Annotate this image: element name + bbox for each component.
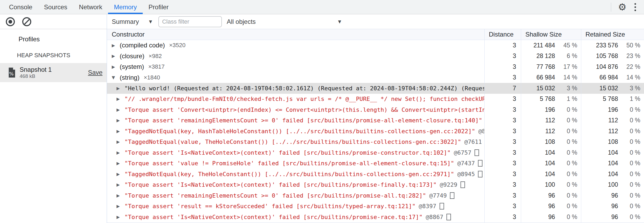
table-row[interactable]: ▶"Torque assert 'Is<NativeContext>(conte… [107, 180, 644, 190]
gear-icon[interactable]: ⚙ [618, 2, 627, 12]
more-options-icon[interactable] [633, 2, 637, 12]
string-value: "TaggedNotEqual(key, HashTableHoleConsta… [124, 128, 475, 135]
distance-value: 3 [513, 117, 516, 124]
constructor-cell: ▼(string)×1840 [107, 72, 484, 83]
disclosure-triangle-icon[interactable]: ▶ [112, 64, 120, 69]
shallow-size-value: 15 032 [521, 85, 555, 92]
retained-size-value: 104 [581, 160, 618, 167]
string-value: "Torque assert 'value != PromiseHole' fa… [124, 160, 454, 167]
table-row[interactable]: ▶"Torque assert 'result == kStoreSuccede… [107, 201, 644, 212]
table-row[interactable]: ▶(compiled code)×35203211 48445 %233 576… [107, 40, 644, 51]
column-header-shallow-size[interactable]: Shallow Size [521, 29, 581, 40]
object-id: @8397 [419, 203, 436, 209]
table-row[interactable]: ▼(string)×1840366 98414 %66 98414 % [107, 72, 644, 83]
tab-network[interactable]: Network [73, 0, 108, 14]
string-value: "TaggedNotEqual(value, TheHoleConstant()… [124, 139, 461, 145]
distance-value: 3 [513, 74, 516, 81]
constructor-cell: ▶"Torque assert 'Is<NativeContext>(conte… [107, 212, 484, 222]
shallow-size-percent: 0 % [555, 181, 577, 188]
disclosure-triangle-icon[interactable]: ▶ [112, 53, 120, 59]
table-row[interactable]: ▶(system)×3817377 76817 %104 87622 % [107, 61, 644, 72]
shallow-size-percent: 0 % [555, 149, 577, 156]
table-row[interactable]: ▶"Torque assert 'remainingElementsCount … [107, 190, 644, 201]
string-value: "Torque assert 'Is<NativeContext>(contex… [124, 214, 423, 220]
table-row[interactable]: ▶"Torque assert 'value != PromiseHole' f… [107, 158, 644, 169]
shallow-size-value: 211 484 [521, 42, 555, 49]
disclosure-triangle-icon[interactable]: ▶ [117, 204, 124, 209]
constructor-cell: ▶"TaggedNotEqual(key, TheHoleConstant())… [107, 169, 484, 180]
retained-size-percent: 0 % [618, 192, 640, 199]
class-filter-input[interactable] [158, 16, 222, 27]
string-value: "// .wrangler/tmp/bundle-FmNIt0/checked-… [124, 96, 484, 102]
string-value: "Torque assert 'Is<NativeContext>(contex… [124, 181, 437, 188]
retained-size-cell: 960 % [581, 201, 644, 212]
snapshot-name: Snapshot 1 [20, 66, 52, 73]
object-filter-select[interactable]: All objects ▼ [227, 18, 343, 25]
table-row[interactable]: ▶"Hello world! (Requested at: 2024-08-19… [107, 83, 644, 94]
disclosure-triangle-icon[interactable]: ▶ [117, 215, 124, 220]
column-header-constructor[interactable]: Constructor [107, 29, 484, 40]
constructor-cell: ▶"TaggedNotEqual(key, HashTableHoleConst… [107, 126, 484, 137]
sidebar-item-snapshot-1[interactable]: % Snapshot 1 468 kB Save [0, 63, 107, 82]
shallow-size-percent: 45 % [555, 42, 577, 49]
object-id: @7749 [429, 192, 447, 199]
table-row[interactable]: ▶"TaggedNotEqual(key, TheHoleConstant())… [107, 169, 644, 180]
disclosure-triangle-icon[interactable]: ▶ [117, 172, 124, 177]
distance-cell: 3 [484, 212, 521, 222]
shallow-size-percent: 0 % [555, 203, 577, 210]
perspective-select[interactable]: Summary ▼ [112, 18, 158, 25]
shallow-size-percent: 0 % [555, 138, 577, 145]
disclosure-triangle-icon[interactable]: ▶ [117, 161, 124, 166]
table-row[interactable]: ▶"TaggedNotEqual(value, TheHoleConstant(… [107, 137, 644, 148]
column-header-distance[interactable]: Distance [484, 29, 521, 40]
shallow-size-cell: 1960 % [521, 104, 581, 115]
distance-value: 3 [513, 181, 516, 188]
string-value: "Torque assert 'remainingElementsCount >… [124, 117, 482, 124]
retained-size-value: 5 768 [581, 95, 618, 102]
shallow-size-value: 112 [521, 128, 555, 135]
disclosure-triangle-icon[interactable]: ▶ [117, 118, 124, 123]
record-heap-snapshot-icon[interactable] [6, 17, 15, 26]
object-id: @8 [478, 128, 484, 135]
disclosure-triangle-icon[interactable]: ▼ [112, 75, 120, 80]
disclosure-triangle-icon[interactable]: ▶ [117, 107, 124, 112]
table-row[interactable]: ▶"TaggedNotEqual(key, HashTableHoleConst… [107, 126, 644, 137]
string-value: "Torque assert 'remainingElementsCount >… [124, 192, 426, 199]
retained-size-cell: 1000 % [581, 180, 644, 190]
table-row[interactable]: ▶"Torque assert 'Is<NativeContext>(conte… [107, 147, 644, 158]
disclosure-triangle-icon[interactable]: ▶ [117, 139, 124, 144]
retained-size-percent: 0 % [618, 138, 640, 145]
shallow-size-percent: 0 % [555, 128, 577, 135]
disclosure-triangle-icon[interactable]: ▶ [117, 129, 124, 134]
tab-console[interactable]: Console [3, 0, 38, 14]
disclosure-triangle-icon[interactable]: ▶ [117, 193, 124, 198]
disclosure-triangle-icon[interactable]: ▶ [112, 43, 120, 48]
table-row[interactable]: ▶(closure)×982328 1286 %105 76823 % [107, 51, 644, 62]
column-header-retained-size[interactable]: Retained Size [581, 29, 644, 40]
table-row[interactable]: ▶"Torque assert 'Convert<uintptr>(endInd… [107, 104, 644, 115]
tab-bar-actions: ⚙ [611, 0, 644, 14]
shallow-size-percent: 0 % [555, 106, 577, 113]
table-row[interactable]: ▶"Torque assert 'remainingElementsCount … [107, 115, 644, 126]
distance-cell: 3 [484, 51, 521, 62]
clear-profiles-icon[interactable] [22, 17, 31, 26]
shallow-size-value: 108 [521, 138, 555, 145]
distance-cell: 3 [484, 169, 521, 180]
distance-value: 3 [513, 106, 516, 113]
shallow-size-cell: 960 % [521, 190, 581, 201]
disclosure-triangle-icon[interactable]: ▶ [117, 150, 124, 155]
constructor-cell: ▶"Torque assert 'Convert<uintptr>(endInd… [107, 104, 484, 115]
shallow-size-cell: 960 % [521, 201, 581, 212]
shallow-size-cell: 1000 % [521, 180, 581, 190]
save-snapshot-link[interactable]: Save [88, 69, 102, 76]
table-row[interactable]: ▶"// .wrangler/tmp/bundle-FmNIt0/checked… [107, 94, 644, 105]
retained-size-value: 196 [581, 106, 618, 113]
tab-sources[interactable]: Sources [38, 0, 73, 14]
disclosure-triangle-icon[interactable]: ▶ [117, 86, 124, 91]
tab-profiler[interactable]: Profiler [143, 0, 175, 14]
table-row[interactable]: ▶"Torque assert 'Is<NativeContext>(conte… [107, 212, 644, 222]
disclosure-triangle-icon[interactable]: ▶ [117, 96, 124, 101]
retained-size-percent: 22 % [618, 63, 640, 70]
tab-memory[interactable]: Memory [108, 0, 143, 14]
disclosure-triangle-icon[interactable]: ▶ [117, 182, 124, 187]
